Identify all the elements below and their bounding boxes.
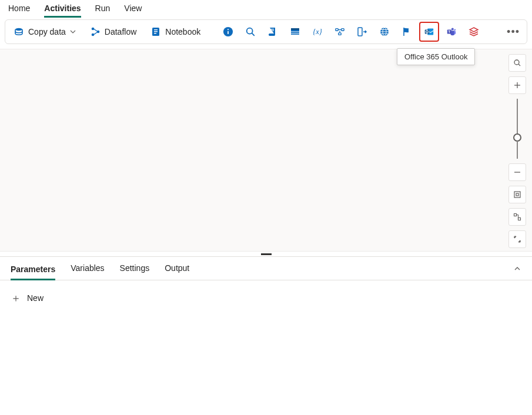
panel-tabs: Parameters Variables Settings Output [0, 257, 532, 280]
svg-rect-44 [518, 218, 521, 220]
pipeline-icon [334, 26, 345, 37]
copy-data-label: Copy data [28, 27, 66, 36]
new-label: New [27, 293, 44, 303]
auto-align-button[interactable] [508, 208, 526, 226]
more-button[interactable]: ••• [503, 22, 523, 42]
lookup-button[interactable] [353, 23, 371, 41]
dataflow-label: Dataflow [105, 27, 136, 36]
zoom-slider-knob[interactable] [513, 133, 521, 142]
svg-rect-43 [514, 214, 517, 216]
lookup-icon [357, 26, 367, 37]
zoom-slider[interactable] [513, 99, 521, 159]
svg-point-32 [451, 28, 454, 31]
svg-text:{x}: {x} [313, 28, 322, 36]
menu-view[interactable]: View [124, 4, 142, 18]
info-icon [223, 26, 233, 37]
canvas-search-button[interactable] [508, 54, 526, 72]
zoom-fit-button[interactable] [508, 186, 526, 203]
canvas-controls [508, 54, 526, 248]
outlook-tooltip: Office 365 Outlook [397, 48, 475, 65]
splitter-handle-icon [261, 253, 272, 255]
copy-data-button[interactable]: Copy data [9, 24, 81, 40]
variable-button[interactable]: {x} [309, 23, 326, 41]
svg-rect-21 [342, 29, 344, 31]
svg-rect-9 [227, 31, 229, 34]
more-icon: ••• [507, 26, 520, 38]
svg-point-33 [454, 29, 456, 31]
web-button[interactable] [376, 23, 393, 41]
variable-icon: {x} [312, 26, 323, 37]
new-parameter-button[interactable]: ＋ New [11, 291, 44, 305]
layers-button[interactable] [465, 23, 483, 41]
zoom-slider-track-top [517, 99, 518, 134]
tab-settings[interactable]: Settings [120, 263, 150, 274]
svg-line-37 [518, 64, 520, 66]
teams-button[interactable]: T [443, 23, 460, 41]
info-button[interactable] [219, 23, 237, 41]
activities-toolbar: Copy data Dataflow Notebook [5, 19, 527, 44]
properties-panel: Parameters Variables Settings Output ＋ N… [0, 256, 532, 316]
svg-point-0 [15, 28, 22, 31]
menu-activities[interactable]: Activities [44, 4, 81, 18]
svg-point-3 [97, 31, 100, 34]
menu-home[interactable]: Home [8, 4, 30, 18]
design-canvas[interactable] [0, 49, 532, 252]
zoom-slider-track-bottom [517, 141, 518, 159]
outlook-button[interactable] [420, 23, 438, 41]
svg-point-10 [227, 29, 229, 30]
search-icon [245, 26, 256, 37]
panel-splitter[interactable] [0, 252, 532, 256]
chevron-down-icon [70, 29, 76, 35]
outlook-icon [424, 26, 434, 37]
svg-rect-7 [154, 33, 156, 34]
zoom-out-button[interactable] [508, 163, 526, 181]
web-icon [379, 26, 390, 37]
script-icon [267, 26, 278, 37]
panel-collapse-button[interactable] [513, 265, 521, 273]
notebook-icon [150, 26, 161, 37]
svg-rect-14 [271, 31, 274, 31]
panel-body: ＋ New [0, 280, 532, 316]
svg-point-2 [92, 34, 95, 36]
svg-rect-6 [154, 31, 158, 32]
plus-icon: ＋ [11, 291, 21, 305]
dataflow-button[interactable]: Dataflow [85, 24, 141, 40]
svg-rect-5 [154, 29, 158, 30]
svg-rect-13 [271, 29, 274, 29]
flag-icon [401, 26, 412, 37]
svg-rect-41 [514, 192, 520, 198]
svg-rect-23 [358, 28, 362, 36]
tab-output[interactable]: Output [165, 263, 189, 274]
svg-point-1 [92, 28, 95, 31]
copy-data-icon [14, 26, 24, 37]
svg-rect-42 [516, 193, 518, 196]
table-icon [290, 26, 300, 37]
notebook-button[interactable]: Notebook [146, 24, 205, 40]
tab-variables[interactable]: Variables [71, 263, 104, 274]
notebook-label: Notebook [165, 27, 200, 36]
svg-rect-22 [339, 33, 342, 35]
tab-parameters[interactable]: Parameters [11, 263, 55, 280]
zoom-in-button[interactable] [508, 76, 526, 94]
table-button[interactable] [286, 23, 304, 41]
dataflow-icon [90, 26, 101, 37]
script-button[interactable] [264, 23, 282, 41]
pipeline-button[interactable] [331, 23, 349, 41]
search-activity-button[interactable] [242, 23, 259, 41]
layers-icon [469, 26, 479, 37]
flag-button[interactable] [398, 23, 416, 41]
teams-icon: T [446, 26, 457, 37]
svg-text:T: T [449, 30, 451, 34]
menu-bar: Home Activities Run View [0, 0, 532, 18]
svg-rect-20 [336, 29, 339, 31]
svg-point-36 [514, 60, 519, 65]
svg-rect-16 [291, 28, 299, 30]
menu-run[interactable]: Run [95, 4, 111, 18]
svg-line-12 [252, 34, 255, 36]
fullscreen-button[interactable] [508, 230, 526, 248]
